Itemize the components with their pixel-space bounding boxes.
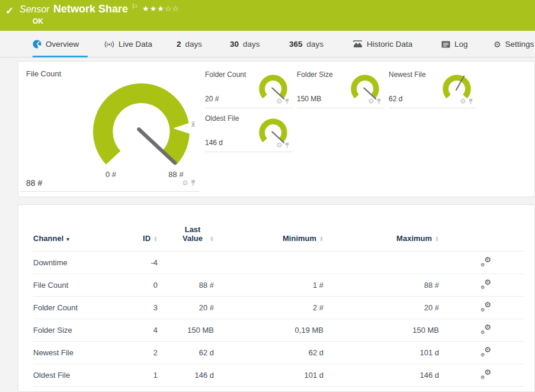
channel-maximum: 150 MB	[323, 319, 439, 342]
channel-maximum: 146 d	[323, 364, 439, 387]
gauge-current-value: 20 #	[205, 95, 219, 103]
channel-name[interactable]: File Count	[33, 274, 107, 297]
gauge-newest-file: Newest File 62 d ⚙	[389, 67, 476, 109]
channel-last-value: 88 #	[158, 274, 214, 297]
channel-last-value: 62 d	[158, 342, 214, 364]
gauge-current-value: 88 #	[26, 178, 42, 188]
tab-historic-data[interactable]: Historic Data	[353, 31, 412, 57]
column-header-maximum[interactable]: Maximum▲▼	[323, 221, 439, 252]
channel-id: 3	[107, 297, 158, 319]
gauge-folder-size: Folder Size 150 MB ⚙	[297, 67, 385, 109]
tab-settings[interactable]: ⚙ Settings	[494, 31, 534, 57]
gauge-settings-icon[interactable]: ⚙	[460, 98, 466, 105]
channels-panel: Channel▾ ID▲▼ Last Value▲▼ Minimum▲▼ Max…	[18, 204, 535, 392]
tab-bar: Overview Live Data 2 days 30 days 365 da…	[0, 31, 535, 57]
tab-30-days[interactable]: 30 days	[230, 31, 260, 57]
channel-minimum: 0,19 MB	[214, 319, 323, 342]
channel-settings-icon[interactable]: ⚙⚙	[480, 257, 491, 266]
column-header-channel[interactable]: Channel▾	[33, 221, 107, 252]
channel-settings-icon[interactable]: ⚙⚙	[480, 369, 491, 379]
gauge-scale-min: 0 #	[100, 170, 121, 179]
gauge-settings-icon[interactable]: ⚙	[276, 98, 283, 105]
star-icon-empty[interactable]: ☆☆	[165, 4, 180, 13]
channel-name[interactable]: Folder Count	[33, 297, 107, 319]
object-kind-label: Sensor	[20, 4, 50, 15]
sensor-status-header: ✓ Sensor Network Share ⚐ ★★★☆☆ OK	[0, 0, 535, 31]
channel-id: 4	[107, 319, 158, 342]
gear-icon: ⚙	[494, 40, 501, 49]
channel-last-value: 146 d	[158, 364, 214, 387]
star-icon-filled[interactable]: ★★★	[142, 4, 165, 13]
cell-divider	[205, 152, 293, 152]
channel-name[interactable]: Folder Size	[33, 319, 107, 342]
priority-stars[interactable]: ★★★☆☆	[142, 4, 180, 13]
gauge-pin-icon[interactable]	[376, 98, 382, 105]
active-tab-underline	[33, 56, 88, 57]
channel-maximum: 88 #	[323, 274, 439, 297]
channel-last-value	[158, 252, 214, 274]
channel-minimum: 101 d	[214, 364, 323, 387]
tab-log[interactable]: Log	[441, 31, 468, 57]
gauge-folder-count: Folder Count 20 # ⚙	[205, 67, 293, 109]
channel-name[interactable]: Oldest File	[33, 364, 107, 387]
gauge-scale-max: 88 #	[162, 170, 190, 179]
cell-divider	[205, 108, 293, 108]
channel-name[interactable]: Downtime	[33, 252, 107, 274]
column-header-minimum[interactable]: Minimum▲▼	[214, 221, 323, 252]
status-ok-check-icon: ✓	[5, 5, 14, 17]
channel-last-value: 20 #	[158, 297, 214, 319]
sort-icon: ▲▼	[210, 236, 214, 242]
cell-divider	[389, 108, 476, 108]
gauge-pin-icon[interactable]	[468, 98, 473, 105]
gauge-pin-icon[interactable]	[284, 142, 290, 149]
gauge-pin-icon[interactable]	[190, 179, 196, 187]
sort-desc-icon: ▾	[66, 236, 69, 242]
gauge-oldest-file: Oldest File 146 d ⚙	[205, 111, 293, 153]
sensor-status-text: OK	[33, 17, 43, 25]
tab-365-days[interactable]: 365 days	[289, 31, 323, 57]
table-row-folder-count: Folder Count 3 20 # 2 # 20 # ⚙⚙	[33, 297, 524, 319]
file-count-gauge-dial	[87, 75, 196, 184]
channel-maximum: 20 #	[323, 297, 439, 319]
gauge-icon	[33, 40, 41, 49]
channel-settings-icon[interactable]: ⚙⚙	[480, 347, 491, 356]
table-bottom-divider	[33, 387, 524, 387]
gauge-settings-icon[interactable]: ⚙	[368, 98, 374, 105]
column-header-last-value[interactable]: Last Value▲▼	[158, 221, 214, 252]
gauge-settings-icon[interactable]: ⚙	[276, 142, 283, 149]
column-header-id[interactable]: ID▲▼	[107, 221, 158, 252]
sort-icon: ▲▼	[153, 236, 158, 242]
channels-table-body: Downtime -4 ⚙⚙ File Count 0 88 # 1 # 88 …	[33, 252, 524, 387]
channel-id: 2	[107, 342, 158, 364]
channel-minimum: 1 #	[214, 274, 323, 297]
channel-minimum: 62 d	[214, 342, 323, 364]
channel-maximum: 101 d	[323, 342, 439, 364]
channel-settings-icon[interactable]: ⚙⚙	[480, 279, 491, 289]
tab-overview-label: Overview	[46, 40, 79, 49]
table-row-newest-file: Newest File 2 62 d 62 d 101 d ⚙⚙	[33, 342, 524, 364]
gauge-title: Newest File	[389, 70, 426, 79]
tab-2-days[interactable]: 2 days	[177, 31, 202, 57]
gauge-settings-icon[interactable]: ⚙	[182, 179, 188, 187]
log-icon	[441, 41, 450, 48]
channels-table: Channel▾ ID▲▼ Last Value▲▼ Minimum▲▼ Max…	[33, 221, 524, 387]
table-row-folder-size: Folder Size 4 150 MB 0,19 MB 150 MB ⚙⚙	[33, 319, 524, 342]
tab-overview[interactable]: Overview	[33, 31, 79, 57]
gauge-pin-icon[interactable]	[284, 98, 290, 105]
table-row-oldest-file: Oldest File 1 146 d 101 d 146 d ⚙⚙	[33, 364, 524, 387]
cell-divider	[20, 191, 200, 192]
tab-settings-label: Settings	[505, 40, 534, 49]
table-row-file-count: File Count 0 88 # 1 # 88 # ⚙⚙	[33, 274, 524, 297]
flag-icon[interactable]: ⚐	[132, 2, 138, 11]
gauge-title: File Count	[26, 69, 61, 78]
channel-name[interactable]: Newest File	[33, 342, 107, 364]
channel-settings-icon[interactable]: ⚙⚙	[480, 302, 491, 311]
cell-divider	[297, 108, 385, 108]
channel-last-value: 150 MB	[158, 319, 214, 342]
gauge-title: Folder Size	[297, 70, 333, 79]
overview-panel: File Count 0 # 88 # x̄ 88 # ⚙ Folder Cou…	[18, 61, 535, 197]
channel-minimum: 2 #	[214, 297, 323, 319]
average-marker: x̄	[191, 120, 195, 128]
channel-settings-icon[interactable]: ⚙⚙	[480, 324, 491, 334]
tab-live-data[interactable]: Live Data	[104, 31, 152, 57]
